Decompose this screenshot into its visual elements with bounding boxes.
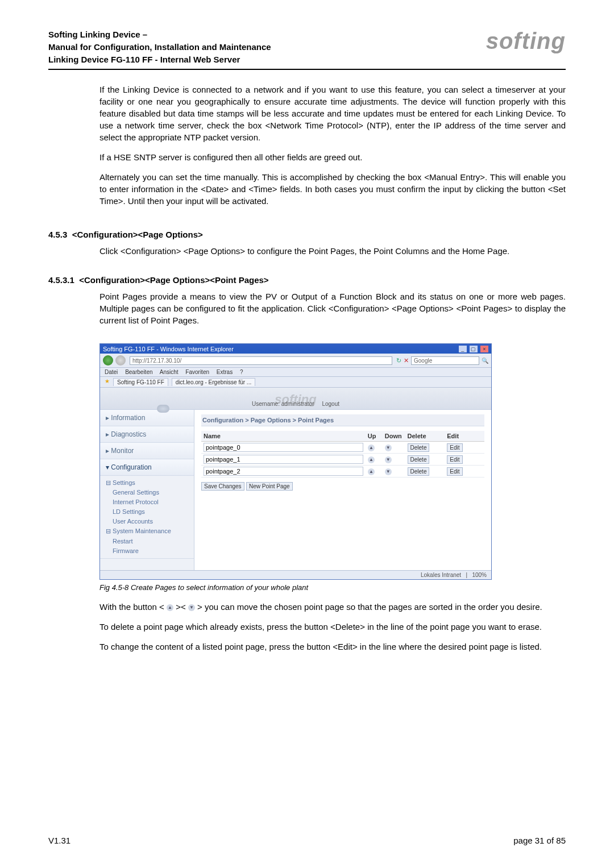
- forward-button[interactable]: [115, 355, 126, 366]
- header-line1: Softing Linking Device –: [48, 30, 147, 39]
- search-box[interactable]: Google: [411, 356, 479, 365]
- tree-leaf[interactable]: Restart: [106, 537, 190, 546]
- col-delete: Delete: [405, 431, 445, 442]
- sidebar-item-configuration[interactable]: ▾ Configuration: [100, 459, 194, 476]
- heading-4-5-3: 4.5.3 <Configuration><Page Options>: [48, 230, 566, 239]
- security-zone: Lokales Intranet: [421, 572, 461, 578]
- header-line3: Linking Device FG-110 FF - Internal Web …: [48, 55, 240, 64]
- header-rule: [48, 69, 566, 70]
- para-move-buttons: With the button < ▲ >< ▼ > you can move …: [99, 601, 566, 613]
- sidebar: ▸ Information ▸ Diagnostics ▸ Monitor ▾ …: [100, 410, 194, 570]
- edit-button[interactable]: Edit: [447, 467, 462, 476]
- close-icon[interactable]: ×: [480, 346, 488, 352]
- sidebar-item-label: Information: [111, 414, 145, 422]
- pointpage-name-input[interactable]: [204, 443, 363, 452]
- pointpage-name-input[interactable]: [204, 455, 363, 464]
- menu-item[interactable]: Datei: [105, 369, 118, 375]
- figure-caption: Fig 4.5-8 Create Pages to select informa…: [99, 583, 566, 592]
- move-down-icon[interactable]: ▼: [385, 456, 392, 463]
- tree-leaf[interactable]: General Settings: [106, 488, 190, 497]
- col-name: Name: [201, 431, 366, 442]
- text-span: > you can move the chosen point page so …: [195, 602, 542, 612]
- header-line2: Manual for Configuration, Installation a…: [48, 42, 271, 52]
- col-edit: Edit: [445, 431, 484, 442]
- delete-button[interactable]: Delete: [408, 443, 430, 452]
- tree-label: Settings: [113, 479, 135, 486]
- move-down-icon[interactable]: ▼: [385, 445, 392, 451]
- sidebar-item-information[interactable]: ▸ Information: [100, 410, 194, 426]
- username-label: Username: administrator: [252, 401, 314, 407]
- menu-item[interactable]: Ansicht: [160, 369, 179, 375]
- tab-secondary[interactable]: dict.leo.org - Ergebnisse für ...: [172, 378, 255, 386]
- tree-node-settings[interactable]: ⊟ Settings: [106, 478, 190, 488]
- heading-num: 4.5.3: [48, 230, 67, 239]
- screenshot-browser-window: Softing FG-110 FF - Windows Internet Exp…: [99, 343, 492, 580]
- app-header: softing Username: administrator Logout: [100, 388, 491, 410]
- menu-item[interactable]: ?: [240, 369, 243, 375]
- tab-active[interactable]: Softing FG-110 FF: [113, 378, 168, 386]
- logout-link[interactable]: Logout: [322, 401, 339, 407]
- device-icon: [157, 405, 169, 413]
- menu-item[interactable]: Extras: [217, 369, 233, 375]
- sidebar-tree: ⊟ Settings General Settings Internet Pro…: [100, 476, 194, 558]
- tree-node-sysmaint[interactable]: ⊟ System Maintenance: [106, 526, 190, 536]
- content-panel: Configuration > Page Options > Point Pag…: [194, 410, 491, 570]
- text-span: ><: [173, 602, 188, 612]
- maximize-icon[interactable]: ▢: [470, 346, 478, 352]
- sidebar-item-label: Monitor: [111, 447, 134, 455]
- favorites-star-icon[interactable]: ★: [105, 378, 110, 386]
- footer-version: V1.31: [48, 836, 70, 845]
- browser-menus[interactable]: Datei Bearbeiten Ansicht Favoriten Extra…: [100, 368, 491, 377]
- text-span: With the button <: [99, 602, 167, 612]
- col-down: Down: [383, 431, 405, 442]
- point-pages-table: Name Up Down Delete Edit ▲ ▼ Delete Edit: [201, 431, 484, 477]
- delete-button[interactable]: Delete: [408, 467, 430, 476]
- save-changes-button[interactable]: Save Changes: [201, 482, 244, 491]
- edit-button[interactable]: Edit: [447, 443, 462, 452]
- move-up-icon[interactable]: ▲: [368, 456, 375, 463]
- move-up-icon[interactable]: ▲: [368, 445, 375, 451]
- sidebar-item-monitor[interactable]: ▸ Monitor: [100, 443, 194, 459]
- footer-page: page 31 of 85: [513, 836, 566, 845]
- back-button[interactable]: [103, 355, 113, 366]
- menu-item[interactable]: Bearbeiten: [125, 369, 152, 375]
- heading-num: 4.5.3.1: [48, 275, 74, 285]
- tree-leaf[interactable]: User Accounts: [106, 517, 190, 526]
- para-453: Click <Configuration> <Page Options> to …: [99, 245, 566, 257]
- pointpage-name-input[interactable]: [204, 467, 363, 476]
- para-4531: Point Pages provide a means to view the …: [99, 290, 566, 326]
- tree-leaf[interactable]: Firmware: [106, 546, 190, 556]
- doc-header: Softing Linking Device – Manual for Conf…: [48, 28, 271, 65]
- refresh-icon[interactable]: ↻: [396, 357, 401, 364]
- sidebar-item-label: Diagnostics: [111, 430, 146, 438]
- table-row: ▲ ▼ Delete Edit: [201, 442, 484, 454]
- tree-leaf[interactable]: Internet Protocol: [106, 497, 190, 507]
- table-row: ▲ ▼ Delete Edit: [201, 466, 484, 477]
- zoom-level[interactable]: 100%: [472, 572, 487, 578]
- table-row: ▲ ▼ Delete Edit: [201, 454, 484, 466]
- menu-item[interactable]: Favoriten: [185, 369, 209, 375]
- delete-button[interactable]: Delete: [408, 455, 430, 464]
- stop-icon[interactable]: ✕: [404, 357, 409, 364]
- para-hse-sntp: If a HSE SNTP server is configured then …: [99, 151, 566, 163]
- sidebar-item-diagnostics[interactable]: ▸ Diagnostics: [100, 426, 194, 443]
- sidebar-item-label: Configuration: [111, 463, 151, 471]
- heading-title: <Configuration><Page Options><Point Page…: [79, 275, 268, 285]
- window-titlebar: Softing FG-110 FF - Windows Internet Exp…: [100, 344, 491, 354]
- address-bar[interactable]: http://172.17.30.10/: [130, 356, 392, 365]
- minimize-icon[interactable]: _: [459, 346, 467, 352]
- move-up-icon[interactable]: ▲: [368, 468, 375, 475]
- tree-leaf[interactable]: LD Settings: [106, 507, 190, 517]
- search-go-icon[interactable]: 🔍: [482, 358, 488, 364]
- para-delete: To delete a point page which already exi…: [99, 621, 566, 633]
- browser-tabs: ★ Softing FG-110 FF dict.leo.org - Ergeb…: [100, 377, 491, 388]
- page-footer: V1.31 page 31 of 85: [48, 824, 566, 845]
- tree-label: System Maintenance: [113, 528, 171, 534]
- para-manual-entry: Alternately you can set the time manuall…: [99, 171, 566, 207]
- window-buttons[interactable]: _ ▢ ×: [458, 345, 488, 352]
- new-point-page-button[interactable]: New Point Page: [246, 482, 293, 491]
- move-down-icon: ▼: [188, 604, 195, 611]
- edit-button[interactable]: Edit: [447, 455, 462, 464]
- browser-statusbar: Lokales Intranet | 100%: [100, 570, 491, 579]
- move-down-icon[interactable]: ▼: [385, 468, 392, 475]
